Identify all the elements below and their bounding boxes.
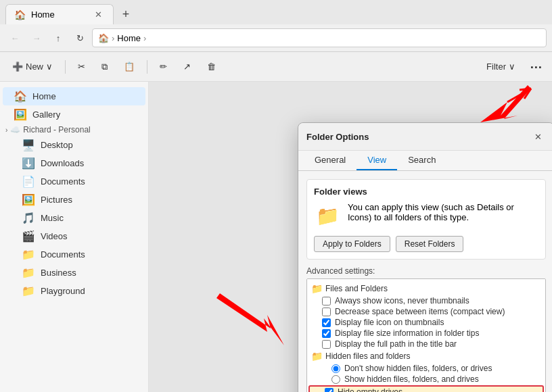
sidebar-item-label: Downloads — [41, 158, 122, 168]
folder-icon: 📁 — [311, 351, 323, 362]
item-label: Display file size information in folder … — [335, 328, 479, 338]
checkbox-filesize[interactable] — [322, 329, 331, 338]
settings-item-hideempty[interactable]: Hide empty drives — [308, 385, 544, 392]
music-icon: 🎵 — [22, 212, 35, 224]
desktop-icon: 🖥️ — [22, 139, 35, 151]
sidebar-subgroup: 🖥️ Desktop 📌 ⬇️ Downloads 📌 📄 Documents … — [0, 136, 148, 300]
folder-views-content: 📁 You can apply this view (such as Detai… — [314, 202, 538, 229]
sidebar-item-desktop[interactable]: 🖥️ Desktop 📌 — [11, 136, 145, 154]
folder-views-buttons: Apply to Folders Reset Folders — [314, 236, 538, 252]
filter-button[interactable]: Filter ∨ — [480, 59, 522, 74]
toolbar-divider-2 — [147, 60, 147, 74]
settings-item-dontshow[interactable]: Don't show hidden files, folders, or dri… — [307, 363, 545, 374]
browser-chrome: 🏠 Home ✕ + ← → ↑ ↻ 🏠 › Home › — [0, 0, 552, 52]
sidebar-item-videos[interactable]: 🎬 Videos 📌 — [11, 227, 145, 245]
checkbox-compact[interactable] — [322, 308, 331, 316]
cut-button[interactable]: ✂ — [71, 59, 92, 74]
new-label: New — [26, 62, 43, 72]
reset-folders-button[interactable]: Reset Folders — [396, 236, 464, 252]
content-area: Folder Options ✕ General View Search Fol… — [149, 82, 552, 392]
apply-to-folders-button[interactable]: Apply to Folders — [314, 236, 390, 252]
videos-icon: 🎬 — [22, 230, 35, 243]
item-label: Decrease space between items (compact vi… — [335, 307, 505, 316]
group-label: Files and Folders — [325, 284, 388, 293]
back-button[interactable]: ← — [5, 28, 24, 47]
settings-item-fullpath[interactable]: Display the full path in the title bar — [307, 339, 545, 349]
sidebar-item-label: Desktop — [41, 140, 122, 150]
new-button[interactable]: ➕ New ∨ — [5, 59, 60, 74]
folder-views-desc: You can apply this view (such as Details… — [348, 202, 538, 222]
sidebar: 🏠 Home 🖼️ Gallery › ☁️ Richard - Persona… — [0, 82, 149, 392]
sidebar-item-downloads[interactable]: ⬇️ Downloads 📌 — [11, 154, 145, 172]
paste-icon: 📋 — [124, 62, 135, 72]
address-bar[interactable]: 🏠 › Home › — [92, 28, 547, 47]
settings-item-filesize[interactable]: Display file size information in folder … — [307, 328, 545, 339]
main-layout: 🏠 Home 🖼️ Gallery › ☁️ Richard - Persona… — [0, 82, 552, 392]
delete-icon: 🗑 — [207, 62, 216, 72]
dialog-tabs: General View Search — [298, 151, 552, 171]
sidebar-item-pictures[interactable]: 🖼️ Pictures 📌 — [11, 191, 145, 209]
toolbar: ➕ New ∨ ✂ ⧉ 📋 ✏ ↗ 🗑 Filter ∨ ⋯ — [0, 52, 552, 82]
up-button[interactable]: ↑ — [49, 28, 68, 47]
delete-button[interactable]: 🗑 — [200, 59, 223, 74]
more-options-button[interactable]: ⋯ — [525, 56, 547, 78]
sidebar-item-gallery[interactable]: 🖼️ Gallery — [3, 105, 145, 124]
settings-item-show[interactable]: Show hidden files, folders, and drives — [307, 374, 545, 385]
nav-bar: ← → ↑ ↻ 🏠 › Home › — [0, 24, 552, 51]
downloads-icon: ⬇️ — [22, 157, 35, 170]
settings-list[interactable]: 📁 Files and Folders Always show icons, n… — [306, 278, 546, 392]
radio-dontshow[interactable] — [331, 364, 340, 373]
tab-general[interactable]: General — [304, 151, 356, 170]
share-button[interactable]: ↗ — [177, 59, 198, 74]
radio-show[interactable] — [331, 375, 340, 384]
settings-item-icons[interactable]: Always show icons, never thumbnails — [307, 295, 545, 306]
sidebar-item-business[interactable]: 📁 Business 📌 — [11, 264, 145, 282]
paste-button[interactable]: 📋 — [117, 59, 141, 74]
checkbox-fullpath[interactable] — [322, 340, 331, 349]
filter-chevron: ∨ — [509, 62, 515, 72]
sidebar-item-home[interactable]: 🏠 Home — [3, 87, 145, 105]
expand-arrow-icon: › — [5, 126, 7, 134]
new-tab-button[interactable]: + — [116, 5, 135, 24]
folder-icon: 📁 — [22, 266, 35, 279]
tab-search[interactable]: Search — [397, 151, 446, 170]
folder-views-title: Folder views — [314, 187, 538, 197]
sidebar-item-documents2[interactable]: 📁 Documents 📌 — [11, 245, 145, 264]
refresh-button[interactable]: ↻ — [70, 28, 89, 47]
copy-icon: ⧉ — [101, 62, 108, 72]
documents-icon: 📄 — [22, 175, 35, 188]
sidebar-item-label: Home — [32, 91, 137, 101]
address-path-label: Home — [117, 33, 141, 43]
checkbox-fileicon[interactable] — [322, 318, 331, 327]
checkbox-icons[interactable] — [322, 297, 331, 305]
tab-close-button[interactable]: ✕ — [92, 8, 105, 21]
checkbox-hideempty[interactable] — [325, 388, 334, 393]
cloud-icon: ☁️ — [10, 125, 20, 134]
settings-item-fileicon[interactable]: Display file icon on thumbnails — [307, 317, 545, 328]
sidebar-item-label: Music — [41, 213, 122, 223]
rename-icon: ✏ — [160, 62, 167, 72]
forward-button[interactable]: → — [27, 28, 46, 47]
item-label: Show hidden files, folders, and drives — [344, 374, 479, 384]
folder-options-dialog: Folder Options ✕ General View Search Fol… — [298, 122, 552, 392]
tab-title: Home — [31, 9, 55, 20]
settings-item-compact[interactable]: Decrease space between items (compact vi… — [307, 306, 545, 317]
advanced-settings-label: Advanced settings: — [306, 266, 546, 276]
folder-icon-area: 📁 — [314, 202, 341, 229]
item-label: Don't show hidden files, folders, or dri… — [344, 364, 492, 373]
item-label: Display file icon on thumbnails — [335, 318, 444, 327]
sidebar-item-label: Pictures — [41, 195, 122, 205]
copy-button[interactable]: ⧉ — [95, 59, 114, 75]
rename-button[interactable]: ✏ — [153, 59, 174, 74]
sidebar-item-music[interactable]: 🎵 Music 📌 — [11, 209, 145, 227]
sidebar-section-richard[interactable]: › ☁️ Richard - Personal — [0, 124, 148, 136]
browser-tab[interactable]: 🏠 Home ✕ — [5, 4, 114, 24]
cut-icon: ✂ — [78, 62, 85, 72]
folder-icon: 📁 — [22, 248, 35, 261]
sidebar-item-documents[interactable]: 📄 Documents 📌 — [11, 172, 145, 191]
tab-view[interactable]: View — [356, 151, 397, 170]
settings-group-hidden: 📁 Hidden files and folders — [307, 349, 545, 363]
sidebar-item-playground[interactable]: 📁 Playground 📌 — [11, 282, 145, 300]
settings-group-files-folders: 📁 Files and Folders — [307, 282, 545, 295]
dialog-close-button[interactable]: ✕ — [530, 128, 546, 145]
